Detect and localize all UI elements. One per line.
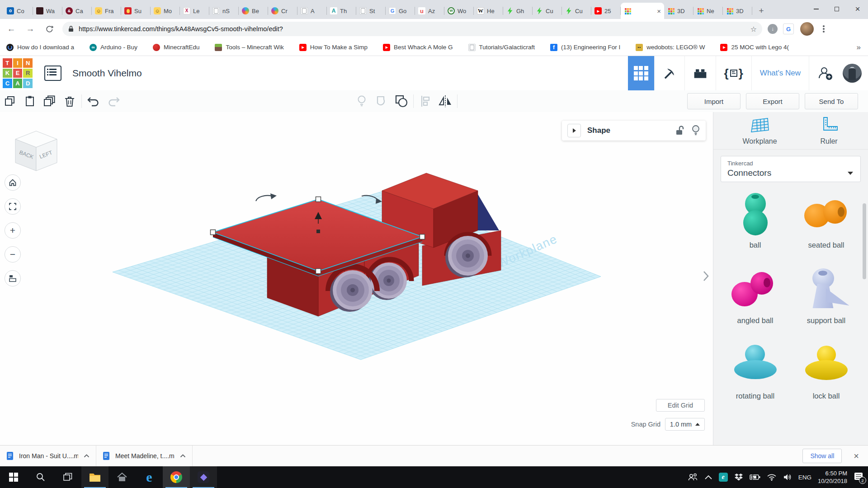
browser-tab[interactable]: Mo: [151, 3, 180, 19]
whats-new-link[interactable]: What's New: [751, 56, 809, 90]
browser-tab[interactable]: St: [356, 3, 386, 19]
back-icon[interactable]: ←: [4, 21, 19, 37]
home-view-button[interactable]: [5, 174, 21, 191]
extension-icon-1[interactable]: ↓: [768, 24, 778, 34]
browser-tab[interactable]: A: [297, 3, 327, 19]
browser-menu-icon[interactable]: [818, 23, 829, 34]
bookmark-item[interactable]: How To Make a Simp: [299, 44, 368, 51]
browser-profile-avatar[interactable]: [800, 22, 814, 36]
bookmark-item[interactable]: MinecraftEdu: [153, 44, 200, 51]
browser-tab[interactable]: nS: [209, 3, 239, 19]
browser-tab[interactable]: Fra: [92, 3, 121, 19]
language-indicator[interactable]: ENG: [798, 474, 811, 481]
cab-front-wheel[interactable]: [333, 270, 373, 310]
browser-tab[interactable]: Cr: [268, 3, 297, 19]
shape-item[interactable]: rotating ball: [720, 343, 791, 400]
browser-tab[interactable]: Go: [386, 3, 415, 19]
codeblocks-button[interactable]: { }: [716, 56, 751, 90]
people-icon[interactable]: [687, 473, 698, 482]
3d-viewport[interactable]: Workplane: [0, 112, 713, 445]
tray-expand-chevron-icon[interactable]: [704, 474, 712, 480]
wifi-icon[interactable]: [767, 474, 777, 481]
minecraft-export-button[interactable]: [654, 56, 684, 90]
panel-expand-button[interactable]: [567, 124, 581, 137]
show-all-downloads-button[interactable]: Show all: [802, 449, 842, 463]
browser-tab[interactable]: 3D: [723, 3, 752, 19]
user-avatar[interactable]: [843, 64, 862, 83]
blocks-view-button[interactable]: [628, 56, 654, 90]
bookmark-star-icon[interactable]: ☆: [750, 25, 757, 33]
blue-wedge[interactable]: [478, 194, 499, 230]
start-button[interactable]: [0, 466, 27, 488]
volume-icon[interactable]: [783, 473, 792, 481]
sidebar-scrollbar[interactable]: [863, 203, 866, 279]
group-button-disabled[interactable]: [372, 92, 392, 110]
new-tab-button[interactable]: +: [755, 5, 768, 17]
trailer-wheel[interactable]: [448, 236, 488, 276]
bookmark-item[interactable]: Tutorials/Galacticraft: [468, 44, 535, 51]
ungroup-button[interactable]: [392, 92, 411, 110]
refresh-icon[interactable]: [42, 21, 57, 37]
send-to-button[interactable]: Send To: [805, 93, 858, 109]
taskbar-search-button[interactable]: [27, 466, 54, 488]
forward-icon[interactable]: →: [23, 21, 38, 37]
shape-item[interactable]: lock ball: [791, 343, 862, 400]
browser-tab[interactable]: 3D: [664, 3, 693, 19]
invite-button[interactable]: [809, 56, 841, 90]
brick-export-button[interactable]: [684, 56, 716, 90]
redo-button[interactable]: [104, 92, 123, 110]
bookmark-item[interactable]: How do I download a: [6, 44, 74, 51]
bookmark-item[interactable]: Best Whack A Mole G: [383, 44, 453, 51]
pinned-app-button[interactable]: [190, 466, 217, 488]
battery-icon[interactable]: [750, 474, 760, 481]
address-bar[interactable]: https://www.tinkercad.com/things/kA48Aws…: [62, 22, 762, 36]
download-item[interactable]: Meet Madeline, t....mp4: [96, 446, 193, 466]
downloads-close-icon[interactable]: ×: [854, 451, 859, 461]
show-all-button-disabled[interactable]: [352, 92, 372, 110]
tab-close-icon[interactable]: ×: [657, 7, 661, 15]
window-minimize-icon[interactable]: [806, 0, 826, 18]
browser-tab[interactable]: Az: [415, 3, 444, 19]
bookmark-item[interactable]: Tools – Minecraft Wik: [215, 44, 283, 51]
duplicate-button[interactable]: [40, 92, 60, 110]
copy-button[interactable]: [0, 92, 20, 110]
antivirus-icon[interactable]: e: [719, 473, 728, 482]
shape-item[interactable]: angled ball: [720, 267, 791, 325]
bookmark-item[interactable]: (13) Engineering For I: [550, 44, 620, 51]
browser-tab[interactable]: ×: [621, 3, 664, 19]
export-button[interactable]: Export: [746, 93, 799, 109]
design-properties-icon[interactable]: [44, 66, 61, 81]
bookmark-item[interactable]: 25 MOC with Lego 4(: [720, 44, 789, 51]
browser-tab[interactable]: Wo: [444, 3, 474, 19]
shape-item[interactable]: support ball: [791, 267, 862, 325]
browser-tab[interactable]: 25: [591, 3, 621, 19]
design-title[interactable]: Smooth Vihelmo: [72, 68, 142, 79]
chevron-up-icon[interactable]: [180, 454, 186, 458]
browser-tab[interactable]: Be: [239, 3, 268, 19]
download-item[interactable]: Iron Man - Suit U....mp4: [0, 446, 96, 466]
action-center-icon[interactable]: 2: [854, 472, 864, 483]
undo-button[interactable]: [84, 92, 104, 110]
visibility-bulb-icon[interactable]: [691, 125, 700, 136]
browser-tab[interactable]: Co: [4, 3, 33, 19]
translate-icon[interactable]: G: [783, 23, 794, 34]
zoom-in-button[interactable]: +: [5, 222, 21, 239]
bookmark-item[interactable]: wedobots: LEGO® W: [636, 44, 705, 51]
browser-tab[interactable]: Su: [121, 3, 151, 19]
sidebar-collapse-chevron[interactable]: [700, 269, 712, 283]
bookmarks-overflow-icon[interactable]: »: [857, 43, 861, 52]
browser-tab[interactable]: Gh: [503, 3, 533, 19]
window-maximize-icon[interactable]: [826, 0, 847, 18]
bookmark-item[interactable]: Arduino - Buy: [90, 44, 137, 51]
edge-button[interactable]: e: [136, 466, 163, 488]
unlock-icon[interactable]: [675, 125, 684, 136]
delete-button[interactable]: [60, 92, 80, 110]
ruler-tool[interactable]: Ruler: [819, 117, 839, 145]
browser-tab[interactable]: Ca: [62, 3, 92, 19]
align-button-disabled[interactable]: [415, 92, 435, 110]
file-explorer-button[interactable]: [81, 466, 108, 488]
3d-scene[interactable]: Workplane: [0, 112, 713, 445]
shape-library-dropdown[interactable]: Tinkercad Connectors: [721, 156, 861, 182]
dropbox-icon[interactable]: [734, 473, 743, 481]
snap-grid-dropdown[interactable]: 1.0 mm: [665, 418, 705, 431]
